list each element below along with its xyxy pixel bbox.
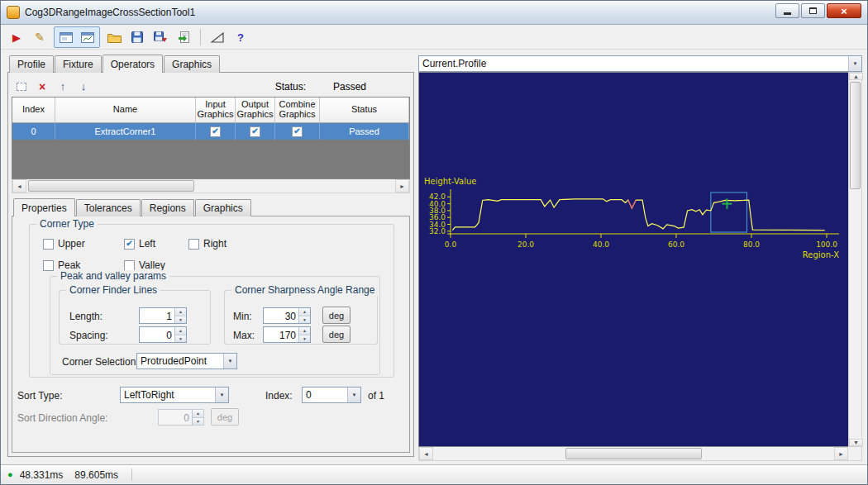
column-header-name[interactable]: Name [55,97,196,122]
checkbox-peak[interactable]: Peak [43,259,80,271]
spinner-down-button[interactable]: ▼ [299,316,310,324]
sort-type-value: LeftToRight [124,389,174,401]
tab-properties[interactable]: Properties [13,198,75,216]
close-button[interactable]: × [827,3,861,18]
table-row[interactable]: 0 ExtractCorner1 ✔ ✔ ✔ Passed [12,123,409,140]
display-selector-combo[interactable]: Current.Profile ▼ [418,55,862,72]
scroll-up-button[interactable]: ▲ [849,73,863,80]
move-up-button[interactable]: ↑ [55,79,70,94]
spacing-spinner[interactable]: 0 ▲ ▼ [139,326,187,343]
tab-sub-graphics[interactable]: Graphics [195,199,251,216]
profile-graph[interactable]: 42.040.038.036.034.032.00.020.040.060.08… [418,72,848,447]
vertical-scrollbar[interactable]: ▲ ▼ [848,72,862,447]
down-arrow-icon: ▼ [179,317,183,322]
length-spinner[interactable]: 1 ▲ ▼ [139,307,187,324]
max-deg-button[interactable]: deg [322,326,351,343]
table-horizontal-scrollbar[interactable]: ◄ ► [12,179,410,193]
spinner-down-button[interactable]: ▼ [175,335,186,343]
scroll-down-button[interactable]: ▼ [849,439,863,446]
minimize-button[interactable] [775,3,799,18]
svg-text:20.0: 20.0 [517,240,534,249]
import-export-button[interactable] [173,27,194,47]
spinner-up-button[interactable]: ▲ [175,308,186,316]
input-graphics-checkbox[interactable]: ✔ [210,126,221,137]
float-results-button[interactable] [55,27,77,47]
vscroll-track[interactable] [849,80,861,439]
help-button[interactable]: ? [230,27,251,47]
checkbox-left[interactable]: ✔ Left [124,238,155,250]
column-header-index[interactable]: Index [12,97,55,122]
sort-direction-deg-button: deg [211,408,239,426]
move-down-button[interactable]: ↓ [76,79,91,94]
corner-sharpness-group: Corner Sharpness Angle Range Min: 30 ▲ ▼… [224,290,378,345]
column-header-status[interactable]: Status [320,97,409,122]
spinner-down-button[interactable]: ▼ [299,335,310,343]
delete-operator-button[interactable]: × [35,79,50,94]
tab-regions[interactable]: Regions [141,199,194,216]
toolbar-separator [200,29,201,45]
titlebar[interactable]: Cog3DRangeImageCrossSectionTool1 × [1,1,867,25]
hscroll-thumb[interactable] [565,448,702,459]
corner-selection-combo[interactable]: ProtrudedPoint ▼ [136,353,237,369]
vscroll-thumb[interactable] [850,82,861,189]
close-icon: × [841,6,847,17]
up-arrow-icon: ▲ [303,309,307,314]
svg-text:Region-X: Region-X [803,250,839,259]
delete-icon: × [39,81,45,93]
table-scroll-right-button[interactable]: ► [395,179,409,193]
spinner-down-button[interactable]: ▼ [175,316,186,324]
spinner-up-button: ▲ [193,410,203,418]
checkbox-right[interactable]: Right [188,238,227,250]
column-header-output-graphics[interactable]: Output Graphics [236,97,275,122]
spinner-up-button[interactable]: ▲ [299,327,310,335]
down-arrow-icon: ▼ [303,336,307,341]
table-scroll-left-button[interactable]: ◄ [12,179,26,193]
up-arrow-icon: ▲ [179,309,183,314]
sort-type-label: Sort Type: [17,390,62,402]
horizontal-scrollbar[interactable]: ◄ ► [418,447,862,461]
table-scroll-thumb[interactable] [28,180,194,192]
maximize-button[interactable] [801,3,825,18]
angle-tool-button[interactable] [207,27,228,47]
hscroll-track[interactable] [433,447,834,460]
tab-graphics[interactable]: Graphics [164,55,220,73]
help-icon: ? [237,31,244,44]
save-file-button[interactable] [126,27,148,47]
spinner-up-button[interactable]: ▲ [299,308,310,316]
total-time: 89.605ms [74,469,118,481]
float-graphics-button[interactable] [77,27,98,47]
min-angle-spinner[interactable]: 30 ▲ ▼ [263,307,311,324]
table-scroll-track[interactable] [26,179,395,193]
corner-selection-value: ProtrudedPoint [141,355,207,367]
length-label: Length: [69,311,103,322]
index-combo[interactable]: 0 ▼ [302,387,361,403]
max-label: Max: [233,330,255,341]
scroll-left-button[interactable]: ◄ [419,447,433,460]
dropdown-icon: ▼ [347,388,360,402]
tab-tolerances[interactable]: Tolerances [76,199,141,216]
combine-graphics-checkbox[interactable]: ✔ [292,126,303,137]
run-edit-button[interactable]: ✎ [29,27,50,47]
add-operator-button[interactable] [14,79,29,94]
peak-valley-group: Peak and valley params Corner Finder Lin… [50,276,380,375]
output-graphics-checkbox[interactable]: ✔ [250,126,260,137]
save-results-button[interactable] [150,27,171,47]
tab-profile[interactable]: Profile [9,55,54,73]
tab-operators[interactable]: Operators [103,55,163,73]
column-header-combine-graphics[interactable]: Combine Graphics [275,97,320,122]
checkbox-label: Right [203,238,227,250]
dropdown-icon: ▼ [215,388,228,402]
checkbox-valley[interactable]: Valley [124,259,165,271]
open-file-button[interactable] [103,27,125,47]
scroll-right-button[interactable]: ► [834,447,848,460]
min-deg-button[interactable]: deg [322,307,351,324]
sort-type-combo[interactable]: LeftToRight ▼ [120,387,229,403]
run-button[interactable]: ▶ [6,27,27,47]
tab-fixture[interactable]: Fixture [55,55,102,73]
properties-page: Corner Type Upper ✔ Left Right [12,216,410,453]
column-header-input-graphics[interactable]: Input Graphics [196,97,236,122]
length-value: 1 [140,308,174,323]
max-angle-spinner[interactable]: 170 ▲ ▼ [263,326,311,343]
checkbox-upper[interactable]: Upper [43,238,85,250]
spinner-up-button[interactable]: ▲ [175,327,186,335]
